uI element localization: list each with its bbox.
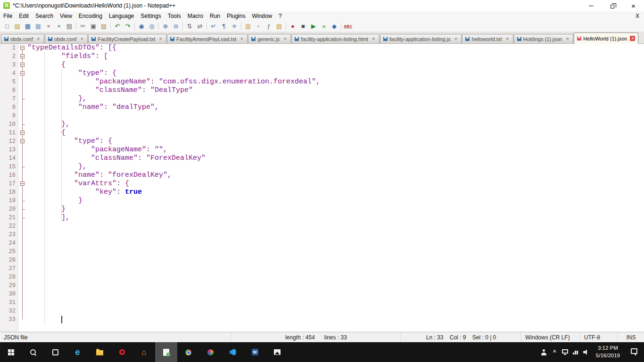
editor-line[interactable]: 21 ], bbox=[0, 214, 644, 222]
print-button[interactable]: ▤ bbox=[65, 22, 74, 31]
fold-margin-cell[interactable] bbox=[19, 129, 26, 137]
fold-collapse-icon[interactable] bbox=[20, 63, 25, 67]
tab-helloworld-txt[interactable]: helloworld.txt× bbox=[462, 34, 513, 43]
editor-line[interactable]: 10 }, bbox=[0, 120, 644, 129]
editor-line[interactable]: 1"typeDetailsDTOs": [{ bbox=[0, 44, 644, 52]
volume-icon[interactable] bbox=[583, 349, 589, 355]
chrome-button[interactable] bbox=[177, 342, 199, 362]
editor-line[interactable]: 27 bbox=[0, 264, 644, 273]
show-hidden-icons-button[interactable]: ^ bbox=[550, 349, 560, 355]
editor-line[interactable]: 24 bbox=[0, 239, 644, 247]
run-macro-multiple-button[interactable]: » bbox=[319, 22, 329, 31]
tab-helloworld-1-json[interactable]: HelloWorld (1).json× bbox=[574, 33, 638, 44]
tab-facility-application-listing-js[interactable]: facility-application-listing.js× bbox=[380, 34, 462, 43]
editor-line[interactable]: 28 bbox=[0, 273, 644, 281]
editor-line[interactable]: 13 "packageName": "", bbox=[0, 146, 644, 154]
editor-line[interactable]: 3 { bbox=[0, 61, 644, 69]
undo-button[interactable]: ↶ bbox=[113, 22, 122, 31]
menu-item-macro[interactable]: Macro bbox=[184, 12, 206, 20]
tab-facilityamendpayload-txt[interactable]: FacilityAmendPayLoad.txt× bbox=[167, 34, 248, 43]
menu-item-window[interactable]: Window bbox=[248, 12, 275, 20]
fold-margin-cell[interactable] bbox=[19, 52, 26, 61]
clock[interactable]: 3:12 PM 5/16/2019 bbox=[592, 345, 624, 359]
tab-close-icon[interactable]: × bbox=[453, 36, 458, 41]
document-map-button[interactable]: ▫ bbox=[254, 22, 263, 31]
zoom-in-button[interactable]: ⊕ bbox=[161, 22, 170, 31]
copy-button[interactable]: ▣ bbox=[89, 22, 98, 31]
find-button[interactable]: ◉ bbox=[137, 22, 146, 31]
new-file-button[interactable]: □ bbox=[2, 22, 12, 31]
word-wrap-button[interactable]: ↵ bbox=[209, 22, 218, 31]
close-window-button[interactable]: × bbox=[623, 0, 644, 11]
menu-item-view[interactable]: View bbox=[57, 12, 75, 20]
play-macro-button[interactable]: ▶ bbox=[309, 22, 318, 31]
tab-obdx-conf[interactable]: obdx.conf× bbox=[45, 34, 88, 43]
cut-button[interactable]: ✂ bbox=[78, 22, 88, 31]
record-macro-button[interactable]: ● bbox=[288, 22, 297, 31]
menu-item-language[interactable]: Language bbox=[106, 12, 137, 20]
status-typing-mode[interactable]: INS bbox=[618, 332, 644, 342]
paste-button[interactable]: ▧ bbox=[99, 22, 108, 31]
editor-line[interactable]: 22 bbox=[0, 222, 644, 230]
tab-close-icon[interactable]: × bbox=[371, 36, 376, 41]
replace-button[interactable]: ◎ bbox=[147, 22, 157, 31]
fold-collapse-icon[interactable] bbox=[20, 181, 25, 186]
menu-item-search[interactable]: Search bbox=[32, 12, 57, 20]
function-list-button[interactable]: ƒ bbox=[264, 22, 273, 31]
user-tray-button[interactable] bbox=[538, 342, 550, 362]
tab-close-icon[interactable]: × bbox=[158, 36, 163, 41]
fold-margin-cell[interactable] bbox=[19, 69, 26, 78]
menu-item-settings[interactable]: Settings bbox=[137, 12, 164, 20]
editor-line[interactable]: 30 bbox=[0, 290, 644, 298]
stop-macro-button[interactable]: ■ bbox=[298, 22, 308, 31]
save-macro-button[interactable]: ◆ bbox=[330, 22, 339, 31]
task-view-button[interactable] bbox=[44, 342, 66, 362]
show-all-chars-button[interactable]: ¶ bbox=[219, 22, 229, 31]
tab-close-icon[interactable]: × bbox=[239, 36, 244, 41]
editor-line[interactable]: 33 bbox=[0, 315, 644, 324]
editor-line[interactable]: 17 "varAttrs": { bbox=[0, 180, 644, 188]
fold-collapse-icon[interactable] bbox=[20, 71, 25, 75]
minimize-button[interactable] bbox=[580, 0, 602, 11]
status-encoding[interactable]: UTF-8 bbox=[580, 332, 618, 342]
fold-margin-cell[interactable] bbox=[19, 137, 26, 146]
menu-item-run[interactable]: Run bbox=[206, 12, 223, 20]
editor-line[interactable]: 15 }, bbox=[0, 163, 644, 171]
editor-line[interactable]: 11 { bbox=[0, 129, 644, 137]
editor-line[interactable]: 5 "packageName": "com.ofss.digx.enumerat… bbox=[0, 78, 644, 86]
close-all-button[interactable]: × bbox=[54, 22, 64, 31]
redo-button[interactable]: ↷ bbox=[123, 22, 132, 31]
editor-line[interactable]: 8 "name": "dealType", bbox=[0, 103, 644, 112]
sync-horizontal-scroll-button[interactable]: ⇄ bbox=[195, 22, 205, 31]
editor-line[interactable]: 32 bbox=[0, 307, 644, 315]
fold-margin-cell[interactable] bbox=[19, 180, 26, 188]
network-icon[interactable] bbox=[573, 350, 578, 354]
user-defined-dialog-button[interactable]: ▥ bbox=[243, 22, 253, 31]
editor-line[interactable]: 31 bbox=[0, 298, 644, 307]
editor-line[interactable]: 29 bbox=[0, 281, 644, 290]
display-icon[interactable] bbox=[562, 349, 568, 354]
tab-facilitycreatepayload-txt[interactable]: FacilityCreatePayload.txt× bbox=[88, 34, 166, 43]
editor-line[interactable]: 25 bbox=[0, 247, 644, 256]
save-button[interactable]: ▦ bbox=[23, 22, 33, 31]
opera-button[interactable] bbox=[111, 342, 133, 362]
tab-generic-js[interactable]: generic.js× bbox=[248, 34, 291, 43]
word-button[interactable]: W bbox=[244, 342, 266, 362]
colorful-app-button[interactable] bbox=[199, 342, 222, 362]
tab-close-icon[interactable]: × bbox=[79, 36, 84, 41]
editor-line[interactable]: 2 "fields": [ bbox=[0, 52, 644, 61]
fold-collapse-icon[interactable] bbox=[20, 131, 25, 135]
menu-item-encoding[interactable]: Encoding bbox=[75, 12, 106, 20]
search-button[interactable] bbox=[22, 342, 44, 362]
menu-item-plugins[interactable]: Plugins bbox=[223, 12, 248, 20]
tab-close-icon[interactable]: × bbox=[36, 36, 41, 41]
start-button[interactable] bbox=[0, 342, 22, 362]
status-eol-format[interactable]: Windows (CR LF) bbox=[521, 332, 580, 342]
tab-facility-application-listing-html[interactable]: facility-application-listing.html× bbox=[291, 34, 379, 43]
editor-line[interactable]: 6 "className": "DealType" bbox=[0, 86, 644, 95]
editor-line[interactable]: 23 bbox=[0, 230, 644, 239]
save-all-button[interactable]: ▦ bbox=[33, 22, 43, 31]
tab-obdx-conf[interactable]: obdx.conf× bbox=[1, 34, 44, 43]
menu-item-file[interactable]: File bbox=[0, 12, 16, 20]
menubar-close-button[interactable]: X bbox=[631, 13, 644, 19]
